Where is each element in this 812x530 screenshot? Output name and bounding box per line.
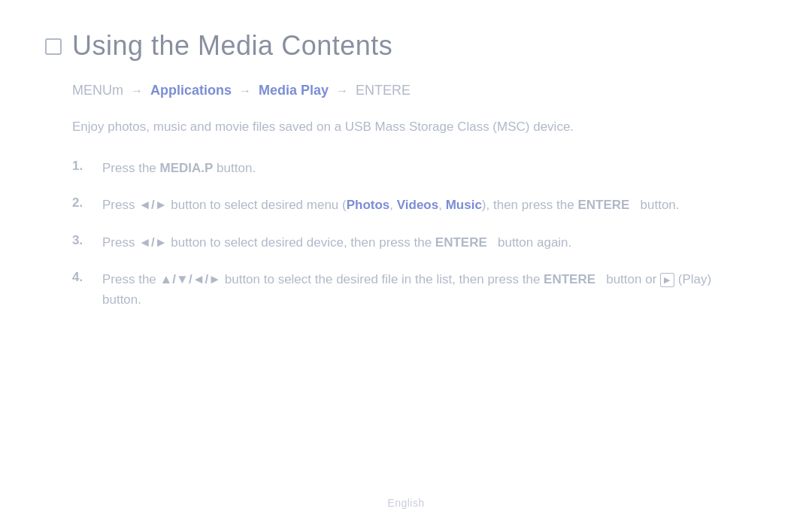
step-2-number: 2. (72, 195, 90, 210)
title-row: Using the Media Contents (45, 30, 752, 62)
applications-link: Applications (150, 83, 232, 98)
music-label: Music (446, 198, 482, 212)
step-4-number: 4. (72, 269, 90, 285)
step-3: 3. Press ◄/► button to select desired de… (72, 232, 752, 253)
step-1-text: Press the MEDIA.P button. (102, 158, 256, 178)
step-4: 4. Press the ▲/▼/◄/► button to select th… (72, 269, 752, 310)
entere-4: ENTERE (544, 272, 595, 286)
step-1: 1. Press the MEDIA.P button. (72, 158, 752, 178)
steps-list: 1. Press the MEDIA.P button. 2. Press ◄/… (72, 158, 752, 310)
step-4-text: Press the ▲/▼/◄/► button to select the d… (102, 269, 734, 310)
arrow3: → (336, 84, 348, 98)
media-p-label: MEDIA.P (160, 161, 214, 175)
entere-2: ENTERE (577, 198, 629, 212)
arrow2: → (239, 84, 251, 98)
menu-label: MENUm (72, 83, 123, 98)
entere-3: ENTERE (435, 235, 487, 250)
photos-label: Photos (347, 198, 390, 212)
step-3-text: Press ◄/► button to select desired devic… (102, 232, 571, 253)
step-3-number: 3. (72, 232, 90, 248)
arrow-keys-2: ◄/► (138, 198, 167, 212)
arrow1: → (131, 84, 143, 98)
play-button-icon: ▶ (660, 273, 674, 287)
step-2-text: Press ◄/► button to select desired menu … (102, 195, 680, 215)
menu-path: MENUm → Applications → Media Play → ENTE… (72, 83, 752, 98)
checkbox-icon (45, 38, 62, 55)
description-text: Enjoy photos, music and movie files save… (72, 117, 719, 137)
arrow-keys-3: ◄/► (138, 235, 167, 250)
step-1-number: 1. (72, 158, 90, 174)
page-title: Using the Media Contents (72, 30, 392, 62)
entere-label: ENTERE (356, 83, 411, 98)
arrow-keys-4: ▲/▼/◄/► (160, 272, 221, 286)
videos-label: Videos (397, 198, 438, 212)
step-2: 2. Press ◄/► button to select desired me… (72, 195, 752, 215)
media-play-link: Media Play (259, 83, 329, 98)
footer-language: English (387, 497, 424, 509)
page-container: Using the Media Contents MENUm → Applica… (0, 0, 812, 530)
